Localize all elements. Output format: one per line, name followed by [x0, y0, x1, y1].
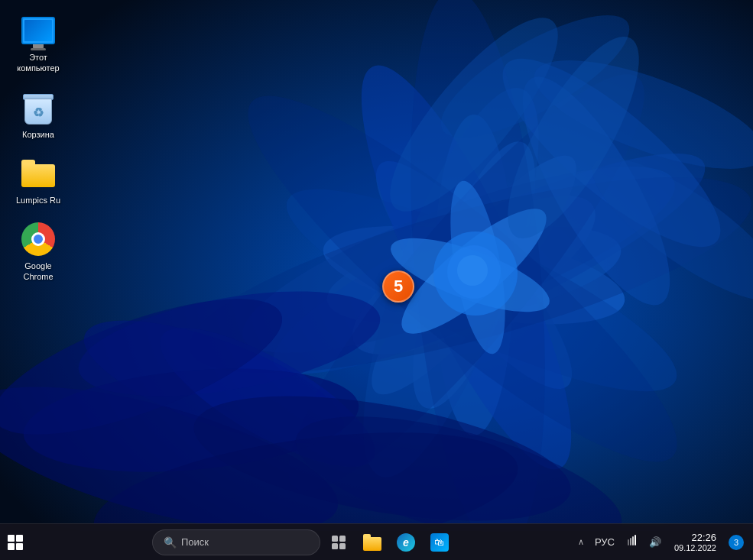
tray-expand-button[interactable]: ∧: [576, 536, 586, 549]
win-square-2: [16, 535, 23, 542]
step-badge-5: 5: [382, 270, 414, 303]
recycle-bin-label: Корзина: [22, 129, 54, 140]
clock-display[interactable]: 22:26 09.12.2022: [670, 530, 721, 554]
network-icon-svg: [626, 535, 638, 547]
store-icon: 🛍: [430, 533, 449, 552]
chrome-label: Google Chrome: [11, 261, 66, 283]
search-label: Поиск: [181, 536, 209, 548]
file-explorer-button[interactable]: [357, 527, 388, 558]
taskbar: 🔍 Поиск e 🛍: [0, 523, 753, 560]
chrome-icon: [20, 221, 57, 257]
search-icon: 🔍: [164, 536, 177, 549]
bloom-wallpaper: [0, 0, 753, 531]
computer-icon-label: Этот компьютер: [11, 52, 66, 74]
svg-rect-43: [628, 539, 629, 545]
network-icon[interactable]: [624, 533, 641, 551]
win-square-3: [8, 543, 15, 550]
task-view-button[interactable]: [323, 527, 354, 558]
svg-rect-39: [332, 536, 338, 542]
svg-rect-45: [632, 536, 634, 545]
desktop-icon-recycle-bin[interactable]: ♻ Корзина: [8, 85, 69, 144]
recycle-bin-icon: ♻: [20, 89, 57, 126]
start-button[interactable]: [0, 527, 31, 558]
store-button[interactable]: 🛍: [424, 527, 455, 558]
taskbar-center: 🔍 Поиск e 🛍: [31, 527, 576, 558]
lumpics-label: Lumpics Ru: [16, 195, 60, 206]
computer-icon: [20, 12, 57, 49]
search-bar[interactable]: 🔍 Поиск: [152, 529, 320, 555]
desktop-icon-this-computer[interactable]: Этот компьютер: [8, 8, 69, 79]
desktop-icon-google-chrome[interactable]: Google Chrome: [8, 216, 69, 287]
system-tray: ∧ РУС 🔊 22:26 09.12.2022 3: [576, 530, 753, 554]
desktop: Этот компьютер ♻ Корзина: [0, 0, 753, 531]
step-number: 5: [394, 277, 403, 296]
svg-rect-40: [339, 536, 346, 542]
svg-point-22: [457, 255, 488, 286]
clock-time: 22:26: [691, 532, 716, 543]
win-square-4: [16, 543, 23, 550]
svg-rect-44: [630, 538, 631, 545]
edge-button[interactable]: e: [391, 527, 421, 558]
task-view-icon: [331, 535, 346, 550]
edge-icon: e: [397, 533, 415, 552]
windows-logo-icon: [8, 535, 23, 550]
svg-rect-41: [332, 543, 338, 549]
notification-badge[interactable]: 3: [729, 535, 744, 550]
file-explorer-icon: [363, 534, 381, 551]
svg-rect-46: [635, 535, 636, 545]
clock-date: 09.12.2022: [674, 543, 716, 552]
desktop-icon-lumpics-ru[interactable]: Lumpics Ru: [8, 151, 69, 210]
folder-icon: [20, 155, 57, 192]
volume-icon[interactable]: 🔊: [647, 535, 664, 549]
win-square-1: [8, 535, 15, 542]
desktop-icons: Этот компьютер ♻ Корзина: [8, 8, 69, 287]
svg-rect-42: [339, 543, 346, 549]
language-indicator[interactable]: РУС: [592, 535, 618, 549]
